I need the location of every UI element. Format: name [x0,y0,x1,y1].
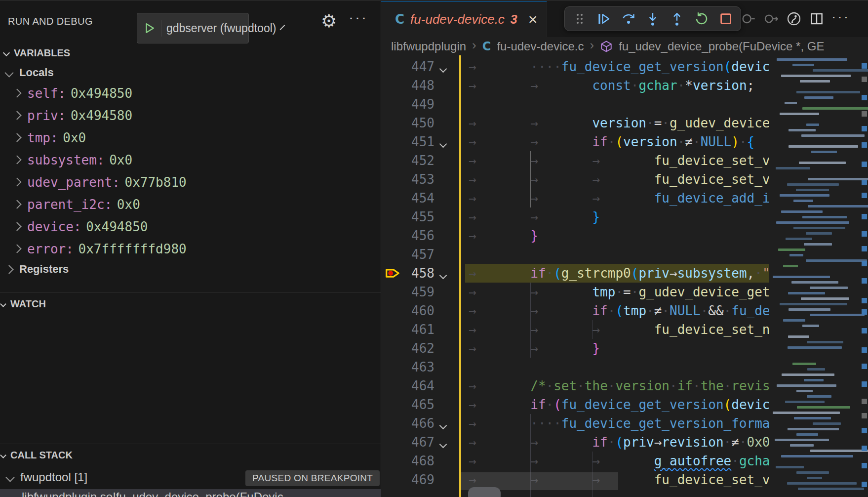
editor-more-actions-icon[interactable]: ··· [831,9,850,25]
code-line-460[interactable]: 460→ → if·(tmp·≠·NULL·&&·fu_dev [381,301,769,320]
minimap-line [788,346,842,349]
sidebar-more-actions-icon[interactable]: ··· [349,9,368,26]
fold-chevron-icon[interactable] [440,440,446,449]
fold-chevron-icon[interactable] [440,421,446,430]
line-number[interactable]: 448 [396,76,434,95]
restart-icon[interactable] [693,10,710,28]
line-number[interactable]: 447 [396,57,434,76]
step-over-icon[interactable] [620,10,637,28]
line-number[interactable]: 453 [396,170,434,189]
line-number[interactable]: 459 [396,283,434,301]
breadcrumb-folder[interactable]: libfwupdplugin [391,40,466,53]
session-circle-branch-icon[interactable] [786,11,802,27]
code-line-463[interactable]: 463 [381,358,769,376]
watch-section-header[interactable]: WATCH [1,296,46,311]
sidebar-editor-divider[interactable] [381,0,381,497]
breakpoint-current-icon[interactable] [384,265,401,283]
run-circle-dash-icon[interactable] [741,11,756,27]
code-line-467[interactable]: 467→ → if·(priv→revision·≠·0x0 [381,433,769,452]
variable-value: 0x494580 [71,108,132,123]
code-line-452[interactable]: 452→ → → fu_device_set_ver [381,151,769,170]
code-line-456[interactable]: 456→ } [381,226,769,245]
code-line-449[interactable]: 449 [381,95,769,114]
step-into-icon[interactable] [644,10,661,28]
line-number[interactable]: 451 [396,132,434,151]
variable-row-device[interactable]: device: 0x494850 [0,215,395,238]
code-line-447[interactable]: 447→ ····fu_device_get_version(device) [381,57,769,76]
tab-fu-udev-device[interactable]: C fu-udev-device.c 3 × [381,0,547,37]
fold-chevron-icon[interactable] [440,271,446,280]
variable-name: error: [27,242,74,256]
drag-handle-icon[interactable] [571,10,588,28]
locals-scope-row[interactable]: Locals [0,63,387,82]
callstack-section-header[interactable]: CALL STACK [1,448,73,462]
registers-scope-row[interactable]: Registers [0,260,387,279]
code-pane[interactable]: 447→ ····fu_device_get_version(device)44… [381,55,769,497]
line-number[interactable]: 465 [396,395,434,414]
split-editor-icon[interactable] [809,11,825,27]
callstack-frame-row[interactable]: libfwupdplugin.so!fu_udev_device_probe(F… [0,489,381,497]
code-line-455[interactable]: 455→ → } [381,207,769,226]
code-line-454[interactable]: 454→ → → fu_device_add_ico [381,189,769,207]
line-number[interactable]: 452 [396,151,434,170]
code-line-457[interactable]: 457 [381,245,769,264]
code-line-448[interactable]: 448→ → const·gchar·*version; [381,76,769,95]
line-number[interactable]: 468 [396,452,434,470]
line-number[interactable]: 461 [396,320,434,339]
line-number[interactable]: 457 [396,245,434,264]
close-icon[interactable]: × [528,11,538,27]
code-line-462[interactable]: 462→ → } [381,339,769,358]
breadcrumb-symbol[interactable]: fu_udev_device_probe(FuDevice *, GE [619,40,824,53]
stop-icon[interactable] [717,10,735,28]
variable-row-error[interactable]: error: 0x7fffffffd980 [0,238,395,260]
code-line-464[interactable]: 464→ /*·set·the·version·if·the·revisio [381,376,769,395]
minimap-line [804,96,833,99]
minimap-line [798,488,864,490]
variable-row-self[interactable]: self: 0x494850 [0,82,395,104]
code-line-466[interactable]: 466→ ····fu_device_get_version_format( [381,414,769,433]
line-number[interactable]: 467 [396,433,434,452]
code-line-450[interactable]: 450→ → version·=·g_udev_device_g [381,114,769,132]
variables-section-header[interactable]: VARIABLES [4,45,70,60]
gear-icon[interactable]: ⚙ [321,11,337,31]
scroll-pill[interactable] [468,487,501,497]
overview-ruler[interactable] [861,55,868,497]
run-circle-arrow-icon[interactable] [763,11,779,27]
line-number[interactable]: 462 [396,339,434,358]
line-number[interactable]: 469 [396,470,434,489]
line-number[interactable]: 456 [396,226,434,245]
variable-row-parent_i2c[interactable]: parent_i2c: 0x0 [0,193,395,215]
code-line-465[interactable]: 465→ if·(fu_device_get_version(device) [381,395,769,414]
launch-config-dropdown[interactable]: gdbserver (fwupdtool) [137,13,249,43]
minimap-line [804,379,824,381]
fold-chevron-icon[interactable] [440,140,446,149]
code-line-461[interactable]: 461→ → → fu_device_set_nam [381,320,769,339]
code-line-453[interactable]: 453→ → → fu_device_set_ver [381,170,769,189]
line-number[interactable]: 458 [396,264,434,283]
minimap-line [776,221,849,224]
fold-chevron-icon[interactable] [440,65,446,74]
line-number[interactable]: 463 [396,358,434,376]
start-debug-icon[interactable] [143,20,161,37]
line-number[interactable]: 455 [396,207,434,226]
variable-row-tmp[interactable]: tmp: 0x0 [0,126,395,149]
line-number[interactable]: 449 [396,95,434,114]
variable-row-priv[interactable]: priv: 0x494580 [0,104,395,126]
line-number[interactable]: 454 [396,189,434,207]
code-line-451[interactable]: 451→ → if·(version·≠·NULL)·{ [381,132,769,151]
line-number[interactable]: 450 [396,114,434,132]
code-line-459[interactable]: 459→ → tmp·=·g_udev_device_get_s [381,283,769,301]
breadcrumb-file[interactable]: fu-udev-device.c [497,40,584,53]
line-number[interactable]: 460 [396,301,434,320]
line-number[interactable]: 466 [396,414,434,433]
line-number[interactable]: 464 [396,376,434,395]
variable-value: 0x0 [117,197,140,212]
code-line-458[interactable]: 458→ if·(g_strcmp0(priv→subsystem,·"d [381,264,769,283]
step-out-icon[interactable] [669,10,686,28]
minimap[interactable] [769,55,868,497]
variable-row-udev_parent[interactable]: udev_parent: 0x77b810 [0,171,395,193]
code-line-468[interactable]: 468→ → → g_autofree·gchar [381,452,769,470]
minimap-line [789,254,803,256]
variable-row-subsystem[interactable]: subsystem: 0x0 [0,149,395,171]
continue-icon[interactable] [595,10,612,28]
